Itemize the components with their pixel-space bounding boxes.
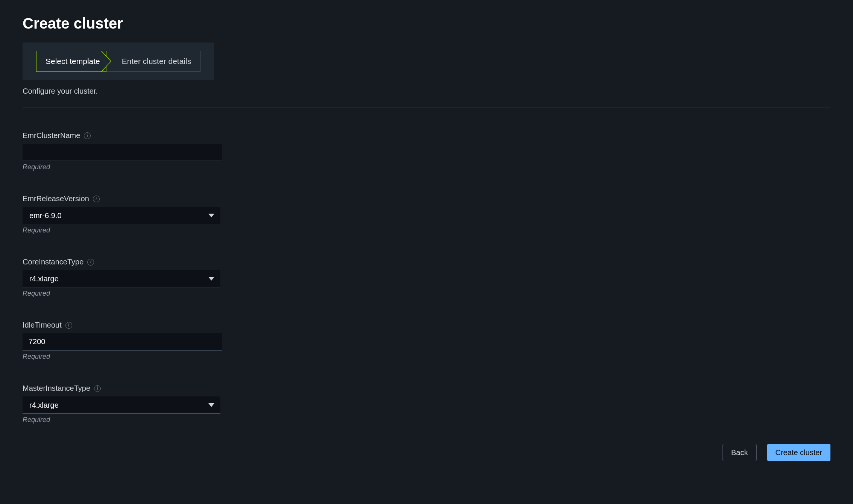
label-text: EmrClusterName bbox=[23, 131, 80, 140]
label-text: EmrReleaseVersion bbox=[23, 194, 89, 203]
label-text: CoreInstanceType bbox=[23, 258, 83, 266]
footer: Back Create cluster bbox=[23, 444, 830, 461]
field-idle-timeout: IdleTimeout i Required bbox=[23, 321, 830, 361]
back-button[interactable]: Back bbox=[722, 444, 756, 461]
field-emr-release-version: EmrReleaseVersion i emr-6.9.0 Required bbox=[23, 194, 830, 234]
chevron-right-icon bbox=[100, 51, 112, 72]
info-icon[interactable]: i bbox=[84, 132, 91, 139]
field-label: IdleTimeout i bbox=[23, 321, 830, 329]
label-text: MasterInstanceType bbox=[23, 384, 90, 393]
wizard-step-label: Select template bbox=[46, 57, 100, 66]
info-icon[interactable]: i bbox=[94, 385, 101, 392]
divider bbox=[23, 108, 830, 108]
emr-release-version-select[interactable]: emr-6.9.0 bbox=[23, 207, 220, 224]
field-label: EmrClusterName i bbox=[23, 131, 830, 140]
core-instance-type-select[interactable]: r4.xlarge bbox=[23, 270, 220, 287]
wizard-steps: Select template Enter cluster details bbox=[23, 43, 214, 80]
wizard-step-label: Enter cluster details bbox=[122, 57, 191, 66]
select-wrapper: r4.xlarge bbox=[23, 396, 220, 414]
select-wrapper: r4.xlarge bbox=[23, 270, 220, 287]
page-subtitle: Configure your cluster. bbox=[23, 87, 830, 96]
field-core-instance-type: CoreInstanceType i r4.xlarge Required bbox=[23, 258, 830, 298]
create-cluster-button[interactable]: Create cluster bbox=[767, 444, 831, 461]
label-text: IdleTimeout bbox=[23, 321, 62, 329]
field-label: EmrReleaseVersion i bbox=[23, 194, 830, 203]
select-wrapper: emr-6.9.0 bbox=[23, 207, 220, 224]
page-title: Create cluster bbox=[23, 15, 830, 32]
info-icon[interactable]: i bbox=[87, 259, 94, 266]
info-icon[interactable]: i bbox=[93, 196, 100, 202]
wizard-step-enter-details[interactable]: Enter cluster details bbox=[105, 51, 200, 72]
helper-text: Required bbox=[23, 290, 830, 298]
field-label: CoreInstanceType i bbox=[23, 258, 830, 266]
field-label: MasterInstanceType i bbox=[23, 384, 830, 393]
info-icon[interactable]: i bbox=[65, 322, 72, 329]
helper-text: Required bbox=[23, 226, 830, 234]
divider bbox=[23, 433, 830, 433]
helper-text: Required bbox=[23, 163, 830, 171]
emr-cluster-name-input[interactable] bbox=[23, 144, 222, 161]
wizard-step-select-template[interactable]: Select template bbox=[36, 51, 106, 72]
field-emr-cluster-name: EmrClusterName i Required bbox=[23, 131, 830, 171]
helper-text: Required bbox=[23, 353, 830, 361]
master-instance-type-select[interactable]: r4.xlarge bbox=[23, 396, 220, 414]
idle-timeout-input[interactable] bbox=[23, 333, 222, 351]
helper-text: Required bbox=[23, 416, 830, 424]
field-master-instance-type: MasterInstanceType i r4.xlarge Required bbox=[23, 384, 830, 424]
